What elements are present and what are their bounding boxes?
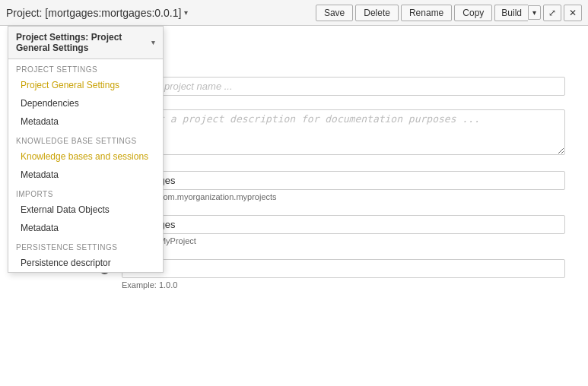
field-artifact-id: Example: MyProject (122, 215, 565, 245)
section-label-imports: IMPORTS (8, 184, 163, 201)
field-version: Example: 1.0.0 (122, 259, 565, 290)
menu-item-metadata-project[interactable]: Metadata (8, 112, 163, 131)
field-project-name (122, 77, 565, 96)
section-label-knowledge-base-settings: KNOWLEDGE BASE SETTINGS (8, 131, 163, 147)
project-settings-dropdown: Project Settings: Project General Settin… (8, 26, 164, 273)
build-button[interactable]: Build (494, 5, 528, 21)
delete-button[interactable]: Delete (355, 5, 399, 21)
close-button[interactable]: ✕ (564, 5, 582, 21)
expand-button[interactable]: ⤢ (543, 5, 561, 21)
header-buttons: Save Delete Rename Copy Build ▾ ⤢ ✕ (316, 5, 582, 21)
example-group-id: Example: com.myorganization.myprojects (122, 192, 565, 201)
project-title: Project: [mortgages:mortgages:0.0.1] ▾ (6, 7, 188, 19)
menu-item-metadata-imports[interactable]: Metadata (8, 219, 163, 237)
content-area: Project Settings: Project General Settin… (0, 26, 588, 386)
input-version[interactable] (122, 259, 565, 278)
field-group-id: Example: com.myorganization.myprojects (122, 171, 565, 201)
menu-item-metadata-kb[interactable]: Metadata (8, 166, 163, 184)
menu-item-persistence-descriptor[interactable]: Persistence descriptor (8, 254, 163, 272)
dropdown-chevron-icon: ▾ (151, 39, 155, 46)
section-label-persistence-settings: PERSISTENCE SETTINGS (8, 237, 163, 254)
dropdown-trigger-label: Project Settings: Project General Settin… (16, 32, 151, 53)
input-group-id[interactable] (122, 171, 565, 190)
textarea-description[interactable] (122, 109, 565, 155)
menu-item-knowledge-bases-sessions[interactable]: Knowledge bases and sessions (8, 147, 163, 166)
menu-item-dependencies[interactable]: Dependencies (8, 94, 163, 112)
section-label-project-settings: PROJECT SETTINGS (8, 59, 163, 76)
build-dropdown-button[interactable]: ▾ (528, 5, 541, 20)
header-bar: Project: [mortgages:mortgages:0.0.1] ▾ S… (0, 0, 588, 26)
rename-button[interactable]: Rename (401, 5, 452, 21)
input-project-name[interactable] (122, 77, 565, 96)
menu-item-project-general-settings[interactable]: Project General Settings (8, 76, 163, 94)
copy-button[interactable]: Copy (454, 5, 492, 21)
example-artifact-id: Example: MyProject (122, 236, 565, 245)
save-button[interactable]: Save (316, 5, 353, 21)
input-artifact-id[interactable] (122, 215, 565, 234)
menu-item-external-data-objects[interactable]: External Data Objects (8, 201, 163, 219)
build-button-group: Build ▾ (494, 5, 541, 21)
example-version: Example: 1.0.0 (122, 280, 565, 290)
field-description (122, 109, 565, 157)
project-title-text: Project: [mortgages:mortgages:0.0.1] (6, 7, 181, 19)
dropdown-trigger[interactable]: Project Settings: Project General Settin… (8, 27, 163, 59)
project-title-chevron[interactable]: ▾ (184, 8, 188, 17)
